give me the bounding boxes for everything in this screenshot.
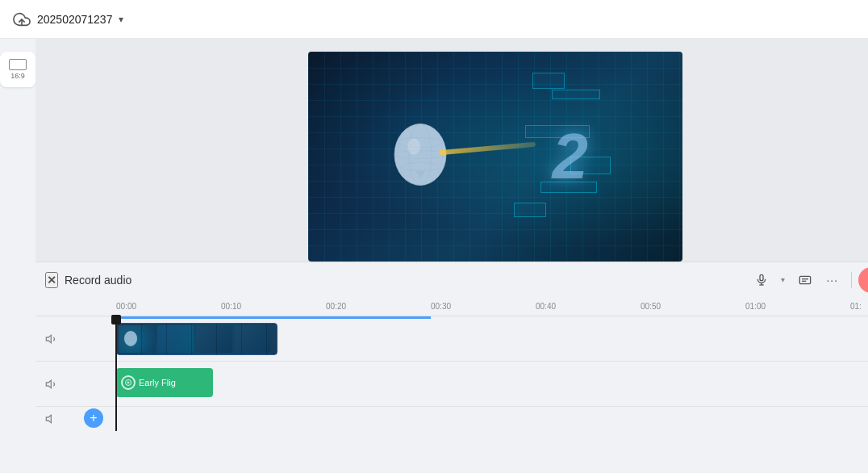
timeline-mark-1: 00:10 [221, 302, 326, 311]
divider [851, 272, 852, 288]
svg-marker-20 [46, 415, 51, 422]
globe-icon [388, 119, 453, 195]
cloud-icon [13, 10, 31, 28]
close-button[interactable]: ✕ [45, 272, 58, 288]
playhead-handle [111, 315, 121, 324]
timeline-ruler: 00:00 00:10 00:20 00:30 00:40 00:50 01:0… [35, 297, 868, 316]
svg-rect-12 [799, 276, 810, 283]
project-name: 202502071237 [37, 13, 112, 26]
playhead[interactable] [115, 316, 117, 431]
main-area: 16:9 [0, 39, 868, 473]
timeline-mark-6: 01:00 [745, 302, 850, 311]
svg-point-8 [407, 139, 420, 155]
grid-lines [308, 52, 682, 262]
partial-track-icon [35, 412, 68, 425]
timeline-mark-2: 00:20 [326, 302, 431, 311]
partial-track: + [35, 407, 868, 431]
deco-rect-6 [514, 203, 546, 217]
audio-track: Early Flig [35, 362, 868, 407]
video-preview: 2 [308, 52, 682, 262]
aspect-ratio-rect [9, 59, 27, 70]
right-content: 2 ✕ Record audio ▾ [35, 39, 868, 473]
video-track-body [68, 320, 868, 358]
svg-marker-15 [46, 335, 51, 342]
svg-marker-17 [130, 342, 132, 345]
add-track-button[interactable]: + [84, 408, 103, 428]
record-audio-label: Record audio [65, 274, 743, 287]
audio-track-body: Early Flig [68, 365, 868, 404]
left-panel: 16:9 [0, 39, 35, 473]
mic-chevron-button[interactable]: ▾ [777, 268, 790, 292]
timeline-marks: 00:00 00:10 00:20 00:30 00:40 00:50 01:0… [116, 302, 868, 311]
timeline-mark-0: 00:00 [116, 302, 221, 311]
audio-clip-label: Early Flig [139, 378, 176, 387]
audio-clip[interactable]: Early Flig [116, 368, 213, 397]
record-button[interactable]: Record [858, 267, 868, 293]
timeline-body: Early Flig + [35, 316, 868, 431]
timeline-mark-3: 00:30 [431, 302, 536, 311]
number-2: 2 [553, 119, 589, 194]
video-track [35, 316, 868, 362]
svg-rect-9 [760, 274, 763, 280]
deco-rect-2 [552, 90, 600, 99]
video-clip-thumb [117, 324, 277, 354]
aspect-ratio-card[interactable]: 16:9 [0, 52, 35, 87]
timeline-mark-5: 00:50 [641, 302, 745, 311]
timeline-mark-7: 01: [850, 302, 868, 311]
deco-rect-1 [532, 73, 565, 89]
caption-button[interactable] [793, 268, 817, 292]
progress-indicator [116, 316, 431, 319]
timeline-mark-4: 00:40 [536, 302, 641, 311]
audio-track-icon [35, 378, 68, 391]
svg-marker-18 [46, 380, 51, 387]
more-button[interactable]: ··· [820, 268, 845, 292]
video-clip[interactable] [116, 323, 278, 355]
preview-area: 2 [35, 39, 868, 262]
chevron-down-icon[interactable]: ▾ [119, 14, 123, 25]
aspect-ratio-label: 16:9 [10, 72, 25, 80]
audio-clip-play-icon [121, 375, 136, 390]
svg-point-16 [124, 330, 137, 345]
top-bar: 202502071237 ▾ [0, 0, 868, 39]
toolbar-icons: ▾ ··· Record [749, 267, 868, 293]
timeline-wrapper: 00:00 00:10 00:20 00:30 00:40 00:50 01:0… [35, 297, 868, 473]
mic-button[interactable] [749, 268, 774, 292]
video-track-icon [35, 333, 68, 345]
record-audio-bar: ✕ Record audio ▾ [35, 262, 868, 297]
